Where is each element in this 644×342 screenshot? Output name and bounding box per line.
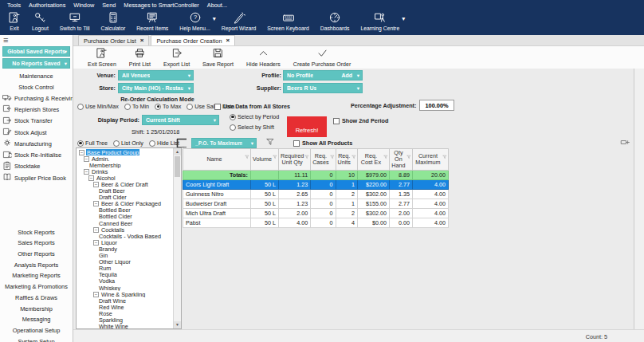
tree-item-liquor[interactable]: −Liquor: [77, 239, 173, 246]
tree-item-draft-cider[interactable]: Draft Cider: [77, 195, 173, 201]
menu-messages-to-smartcontroller[interactable]: Messages to SmartController: [120, 2, 203, 9]
sidebar-item-manufacturing[interactable]: Manufacturing: [0, 138, 73, 149]
sidebar-item-raffles-draws[interactable]: Raffles & Draws: [0, 293, 73, 304]
sidebar-item-marketing-promotions[interactable]: Marketing & Promotions: [0, 281, 73, 293]
tree-item-tequila[interactable]: Tequila: [77, 272, 173, 278]
chevron-down-icon[interactable]: ▾: [213, 15, 216, 22]
menu-window[interactable]: Window: [69, 2, 98, 9]
sidebar-item-membership[interactable]: Membership: [0, 303, 73, 314]
sidebar-dropdown-global-saved-reports[interactable]: Global Saved Reports▾: [2, 46, 70, 57]
sidebar-item-stock-adjust[interactable]: Stock Adjust: [0, 127, 73, 138]
show-all-products-checkbox[interactable]: Show All Products: [293, 140, 352, 147]
action-exit-screen[interactable]: Exit Screen: [88, 47, 116, 69]
collapse-icon[interactable]: −: [84, 169, 89, 175]
tree-scrollbar[interactable]: ▲ ▼: [173, 148, 181, 328]
radio-view-list-only[interactable]: List Only: [113, 140, 143, 147]
tree-item-brandy[interactable]: Brandy: [77, 246, 173, 252]
sidebar-item-replenish-stores[interactable]: Replenish Stores: [0, 104, 73, 115]
table-row[interactable]: Coors Light Draft50 L1.2301$220.002.774.…: [183, 180, 449, 190]
sidebar-item-marketing-reports[interactable]: Marketing Reports: [0, 270, 73, 281]
profile-add-button[interactable]: Add: [341, 73, 352, 78]
column-header-required-unit-qty[interactable]: Required Unit Qty: [278, 149, 310, 171]
tree-item-cocktails-vodka-based[interactable]: Cocktails - Vodka Based: [77, 233, 173, 239]
tree-item-cocktails[interactable]: −Cocktails: [77, 226, 173, 233]
column-filter-icon[interactable]: [383, 155, 388, 161]
column-filter-icon[interactable]: [304, 155, 309, 161]
column-header-volume[interactable]: Volume: [251, 149, 279, 171]
dock-panel-icon[interactable]: [620, 137, 630, 149]
tree-item-wine-sparkling[interactable]: −Wine & Sparkling: [77, 291, 173, 297]
collapse-icon[interactable]: −: [93, 182, 99, 187]
column-filter-icon[interactable]: [406, 155, 411, 161]
sidebar-item-operational-setup[interactable]: Operational Setup: [0, 325, 73, 336]
column-header-current-maximum[interactable]: Current Maximum: [412, 149, 448, 171]
sidebar-dropdown-no-reports-saved[interactable]: No Reports Saved▾: [2, 58, 70, 69]
tree-item-gin[interactable]: Gin: [77, 253, 173, 259]
filter-funnel-icon[interactable]: [265, 137, 275, 148]
radio-reorder-to-min[interactable]: To Min: [124, 103, 149, 110]
menu-authorisations[interactable]: Authorisations: [25, 2, 69, 9]
sidebar-item-other-reports[interactable]: Other Reports: [0, 249, 73, 260]
sidebar-item-analysis-reports[interactable]: Analysis Reports: [0, 259, 73, 270]
tree-item-canned-beer[interactable]: Canned Beer: [77, 220, 173, 226]
column-header-name[interactable]: Name: [183, 149, 251, 171]
sidebar-item-stock-control[interactable]: Stock Control: [0, 82, 73, 92]
menu-tools[interactable]: Tools: [3, 2, 25, 9]
column-header-req-cost-ex[interactable]: Req. Cost Ex: [357, 149, 389, 171]
toolbar-report-wizard[interactable]: Report Wizard: [222, 11, 256, 31]
tree-item-draft-wine[interactable]: Draft Wine: [77, 297, 173, 304]
venue-dropdown[interactable]: All Venues ▾: [118, 70, 194, 81]
tree-item-rose[interactable]: Rose: [77, 310, 173, 316]
refresh-button[interactable]: Refresh!: [287, 116, 327, 137]
tab-close-icon[interactable]: ×: [226, 37, 230, 44]
use-data-all-stores-checkbox[interactable]: Use Data from All Stores: [214, 103, 290, 110]
collapse-icon[interactable]: −: [88, 175, 94, 181]
store-dropdown[interactable]: City Main (HO) - Restaura ▾: [118, 83, 194, 93]
totals-row[interactable]: Totals:11.11010$979.008.8920.00: [183, 171, 449, 180]
supplier-dropdown[interactable]: Beers R Us ▾: [283, 83, 363, 93]
column-header-qty-on-hand[interactable]: Qty On Hand: [389, 149, 412, 171]
tree-item-whiskey[interactable]: Whiskey: [77, 285, 173, 291]
tree-item-red-wine[interactable]: Red Wine: [77, 304, 173, 310]
sidebar-item-maintenance[interactable]: Maintenance: [0, 71, 73, 81]
toolbar-help-menu[interactable]: ?Help Menu...: [179, 11, 210, 31]
toolbar-exit[interactable]: Exit: [8, 11, 21, 31]
sidebar-item-stock-transfer[interactable]: Stock Transfer: [0, 116, 73, 127]
tree-item-membership[interactable]: Membership: [77, 162, 173, 168]
collapse-icon[interactable]: −: [79, 150, 84, 155]
collapse-icon[interactable]: −: [93, 201, 99, 206]
sidebar-item-stocktake[interactable]: Stocktake: [0, 161, 73, 172]
action-print-list[interactable]: Print List: [129, 47, 151, 69]
toolbar-calculator[interactable]: Calculator: [101, 11, 126, 31]
action-save-report[interactable]: Save Report: [202, 47, 234, 69]
radio-view-full-tree[interactable]: Full Tree: [77, 140, 108, 147]
tree-item-bottled-beer[interactable]: Bottled Beer: [77, 207, 173, 214]
collapse-icon[interactable]: −: [93, 240, 99, 246]
tree-item-vodka[interactable]: Vodka: [77, 278, 173, 285]
action-hide-headers[interactable]: Hide Headers: [246, 47, 281, 69]
scrollbar-thumb[interactable]: [175, 156, 180, 177]
tab-close-icon[interactable]: ×: [140, 37, 144, 44]
display-period-dropdown[interactable]: Current Shift ▾: [142, 115, 219, 125]
radio-period-select-by-shift[interactable]: Select by Shift: [230, 124, 279, 131]
tree-item-draft-beer[interactable]: Draft Beer: [77, 188, 173, 195]
tree-item-base-product-group[interactable]: −Base Product Group: [77, 149, 173, 155]
table-row[interactable]: Mich Ultra Draft50 L2.0002$302.002.004.0…: [183, 209, 449, 218]
toolbar-logout[interactable]: Logout: [32, 11, 49, 31]
column-header-req-units[interactable]: Req. Units: [336, 149, 357, 171]
radio-reorder-to-max[interactable]: To Max: [155, 103, 181, 110]
action-create-purchase-order[interactable]: Create Purchase Order: [293, 47, 351, 69]
collapse-icon[interactable]: −: [93, 292, 99, 297]
tab-purchase-order-list[interactable]: Purchase Order List×: [78, 35, 149, 45]
toolbar-recent-items[interactable]: Recent Items: [136, 11, 168, 31]
collapse-icon[interactable]: −: [84, 156, 89, 162]
menu-about[interactable]: About...: [203, 2, 231, 9]
radio-reorder-use-min-max[interactable]: Use Min/Max: [77, 103, 119, 110]
action-export-list[interactable]: Export List: [163, 47, 190, 69]
sidebar-item-purchasing-receiving[interactable]: Purchasing & Receiving: [0, 92, 73, 104]
sidebar-item-stock-re-initialise[interactable]: Stock Re-Initialise: [0, 149, 73, 160]
hamburger-icon[interactable]: ≡: [3, 35, 73, 45]
percentage-adjustment-input[interactable]: [419, 100, 454, 111]
table-row[interactable]: Budweiser Draft50 L1.2301$155.002.774.00: [183, 199, 449, 209]
tab-purchase-order-creation[interactable]: Purchase Order Creation×: [151, 35, 235, 45]
